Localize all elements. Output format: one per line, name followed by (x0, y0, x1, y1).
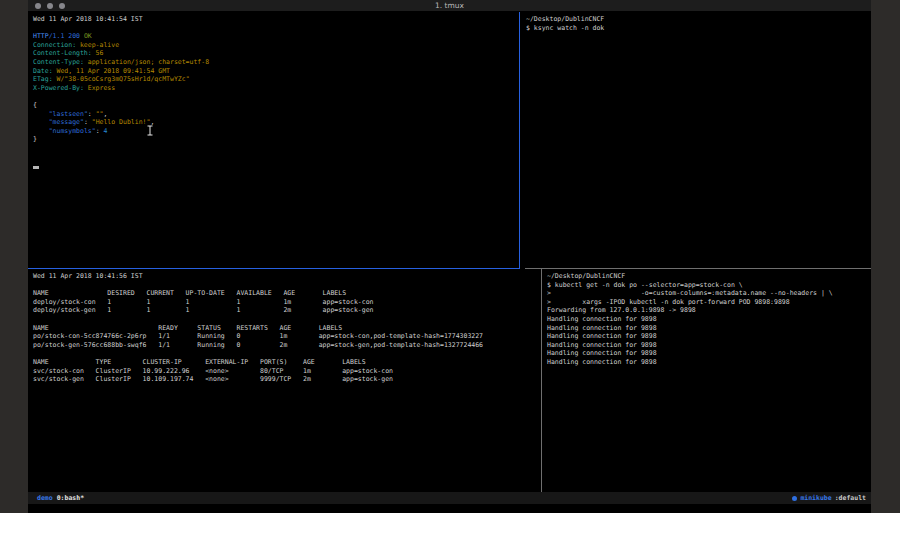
session-name: demo (37, 494, 53, 502)
status-left: demo 0:bash* (37, 494, 84, 502)
kube-context: minikube (800, 494, 831, 502)
kube-namespace: :default (835, 494, 866, 502)
active-pane-border-horizontal[interactable] (28, 268, 520, 269)
pane-ksync-watch[interactable]: ~/Desktop/DublinCNCF $ ksync watch -n do… (526, 15, 604, 32)
status-right: minikube :default (792, 494, 866, 502)
active-pane-border-vertical[interactable] (519, 12, 520, 269)
ibeam-mouse-cursor-icon (146, 121, 154, 140)
pane-divider-vertical[interactable] (541, 269, 542, 492)
pane-port-forward[interactable]: ~/Desktop/DublinCNCF $ kubectl get -n do… (547, 272, 833, 367)
terminal-cursor (33, 166, 39, 169)
tmux-status-bar: demo 0:bash* minikube :default (28, 492, 871, 504)
pane-http-response[interactable]: Wed 11 Apr 2018 10:41:54 IST HTTP/1.1 20… (33, 15, 209, 144)
kubernetes-icon (792, 496, 797, 501)
window-tab-bash[interactable]: 0:bash* (57, 494, 84, 502)
terminal-window: 1. tmux Wed 11 Apr 2018 10:41:54 IST HTT… (28, 0, 871, 513)
window-titlebar[interactable]: 1. tmux (28, 0, 871, 12)
pane-kubectl-tables[interactable]: Wed 11 Apr 2018 10:41:56 IST NAME DESIRE… (33, 272, 483, 384)
window-title: 1. tmux (28, 1, 871, 10)
pane-divider-horizontal[interactable] (525, 268, 871, 269)
